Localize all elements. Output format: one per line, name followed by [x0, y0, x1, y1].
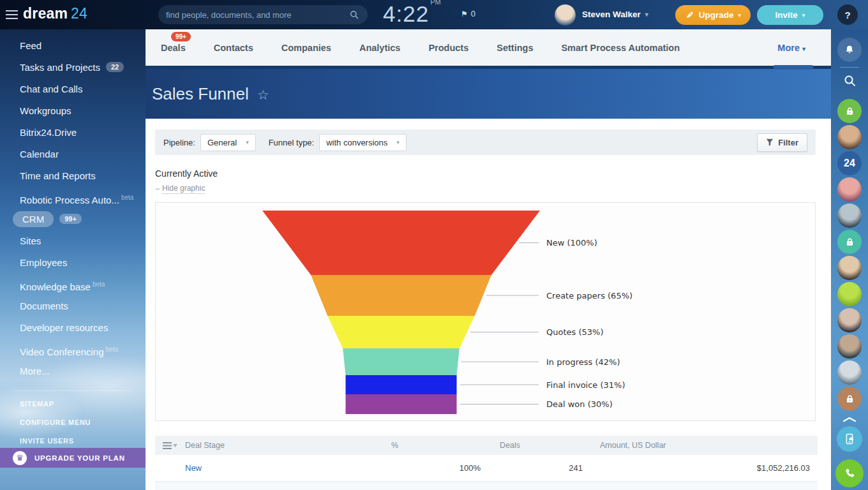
sidebar-footer-links: SITEMAPCONFIGURE MENUINVITE USERS	[0, 395, 146, 450]
chevron-down-icon: ▾	[396, 139, 400, 145]
right-rail: 24	[831, 29, 868, 490]
global-search[interactable]	[158, 5, 368, 24]
badge-24[interactable]: 24	[837, 151, 862, 175]
avatar[interactable]	[837, 256, 862, 280]
upgrade-button[interactable]: Upgrade▾	[675, 5, 751, 25]
chevron-down-icon: ▾	[645, 11, 648, 18]
funnel-stage-label: In progress (42%)	[546, 357, 620, 367]
avatar[interactable]	[837, 308, 862, 332]
funnel-stage-label: Quotes (53%)	[546, 327, 603, 337]
upgrade-your-plan-button[interactable]: ♛ UPGRADE YOUR PLAN	[0, 448, 146, 468]
funnel-stage-final-invoice[interactable]	[346, 375, 457, 394]
funnel-stage-deal-won[interactable]	[346, 394, 457, 414]
funnel-stage-quotes[interactable]	[327, 316, 475, 348]
left-sidebar: FeedTasks and Projects22Chat and CallsWo…	[0, 29, 146, 490]
sidebar-footer: SITEMAPCONFIGURE MENUINVITE USERS	[0, 390, 146, 450]
notifications-bell-icon[interactable]	[837, 38, 862, 62]
sidebar-item-calendar[interactable]: Calendar	[0, 144, 146, 165]
sidebar-item-crm[interactable]: CRM99+	[0, 209, 146, 230]
user-avatar[interactable]	[555, 4, 576, 26]
lock-icon[interactable]	[837, 230, 862, 254]
help-button[interactable]: ?	[837, 4, 858, 25]
nav-tab-settings[interactable]: Settings	[497, 43, 533, 53]
sidebar-item-developer-resources[interactable]: Developer resources	[0, 317, 146, 339]
sidebar-item-robotic-process-auto[interactable]: Robotic Process Auto...beta	[0, 187, 146, 209]
nav-tab-companies[interactable]: Companies	[281, 43, 331, 53]
filter-button[interactable]: Filter	[757, 133, 807, 152]
nav-tab-smart-process-automation[interactable]: Smart Process Automation	[561, 43, 680, 53]
nav-tab-contacts[interactable]: Contacts	[214, 43, 253, 53]
nav-tab-products[interactable]: Products	[428, 43, 468, 53]
funnel-stage-label: Create papers (65%)	[546, 291, 632, 301]
flag-counter[interactable]: ⚑0	[461, 9, 475, 19]
search-input[interactable]	[166, 10, 348, 20]
sidebar-item-video-conferencing[interactable]: Video Conferencingbeta	[0, 339, 146, 360]
column-header-pct[interactable]: %	[383, 441, 488, 450]
nav-tab-deals[interactable]: Deals99+	[161, 43, 186, 53]
search-icon[interactable]	[348, 9, 360, 20]
sidebar-item-knowledge-base[interactable]: Knowledge basebeta	[0, 274, 146, 295]
rocket-icon	[685, 10, 694, 20]
crown-icon: ♛	[13, 451, 27, 465]
sidebar-link-sitemap[interactable]: SITEMAP	[0, 395, 146, 413]
favorite-star-icon[interactable]: ☆	[257, 87, 269, 103]
counter-badge: 99+	[171, 32, 191, 41]
table-next-row-partial	[155, 482, 818, 490]
avatar[interactable]	[837, 360, 862, 385]
search-icon[interactable]	[841, 71, 858, 89]
hide-graphic-link[interactable]: − Hide graphic	[155, 184, 205, 194]
sidebar-item-feed[interactable]: Feed	[0, 35, 146, 57]
divider	[840, 67, 859, 68]
funnel-type-label: Funnel type:	[269, 138, 315, 147]
top-bar: dream24 4:22PM ⚑0 Steven Walker▾ Upgrade…	[0, 0, 868, 29]
sidebar-item-employees[interactable]: Employees	[0, 252, 146, 274]
avatar[interactable]	[837, 177, 862, 202]
sidebar-item-sites[interactable]: Sites	[0, 230, 146, 252]
sidebar-item-documents[interactable]: Documents	[0, 295, 146, 317]
nav-tab-analytics[interactable]: Analytics	[359, 43, 400, 53]
lock-icon[interactable]	[837, 387, 862, 411]
chevron-down-icon: ▾	[738, 12, 742, 19]
sidebar-item-tasks-and-projects[interactable]: Tasks and Projects22	[0, 57, 146, 78]
funnel-svg: New (100%)Create papers (65%)Quotes (53%…	[156, 203, 815, 420]
sidebar-link-configure-menu[interactable]: CONFIGURE MENU	[0, 413, 146, 432]
column-header-deals[interactable]: Deals	[488, 441, 590, 450]
mobile-app-icon[interactable]	[837, 426, 862, 452]
table-settings-icon[interactable]	[155, 442, 185, 449]
counter-badge: 99+	[59, 214, 82, 224]
avatar[interactable]	[837, 125, 862, 149]
sidebar-item-time-and-reports[interactable]: Time and Reports	[0, 165, 146, 187]
sidebar-item-workgroups[interactable]: Workgroups	[0, 100, 146, 122]
sales-funnel-chart: New (100%)Create papers (65%)Quotes (53%…	[155, 202, 816, 421]
main-area: Deals99+ContactsCompaniesAnalyticsProduc…	[146, 29, 831, 490]
funnel-stage-new[interactable]	[262, 211, 540, 275]
hamburger-menu-icon[interactable]	[6, 10, 18, 19]
sidebar-item-more[interactable]: More...	[0, 360, 146, 382]
table-header-row: Deal Stage % Deals Amount, US Dollar	[155, 436, 818, 455]
funnel-stage-in-progress[interactable]	[343, 348, 460, 375]
page-title: Sales Funnel	[152, 84, 249, 104]
invite-button[interactable]: Invite▾	[757, 5, 823, 25]
funnel-type-select[interactable]: with conversions▾	[319, 134, 407, 151]
avatar[interactable]	[837, 204, 862, 228]
nav-tab-more[interactable]: More▾	[777, 43, 805, 53]
app-logo[interactable]: dream24	[23, 5, 87, 22]
deal-stage-table: Deal Stage % Deals Amount, US Dollar New…	[155, 436, 818, 490]
pipeline-select[interactable]: General▾	[200, 134, 256, 151]
collapse-chevron-icon[interactable]	[837, 416, 862, 422]
sidebar-item-chat-and-calls[interactable]: Chat and Calls	[0, 78, 146, 100]
column-header-deal-stage[interactable]: Deal Stage	[185, 441, 383, 450]
funnel-stage-label: Deal won (30%)	[546, 399, 613, 409]
funnel-stage-create-papers[interactable]	[311, 275, 491, 316]
clock[interactable]: 4:22PM	[383, 1, 440, 27]
phone-icon[interactable]	[835, 459, 864, 487]
divider	[13, 390, 131, 391]
avatar[interactable]	[837, 334, 862, 359]
deal-stage-link[interactable]: New	[185, 463, 202, 473]
sidebar-item-bitrix24-drive[interactable]: Bitrix24.Drive	[0, 122, 146, 144]
lock-icon[interactable]	[837, 99, 862, 123]
user-menu[interactable]: Steven Walker▾	[582, 10, 648, 19]
pct-value: 100%	[383, 463, 488, 473]
column-header-amount[interactable]: Amount, US Dollar	[590, 441, 818, 450]
avatar[interactable]	[837, 282, 862, 306]
